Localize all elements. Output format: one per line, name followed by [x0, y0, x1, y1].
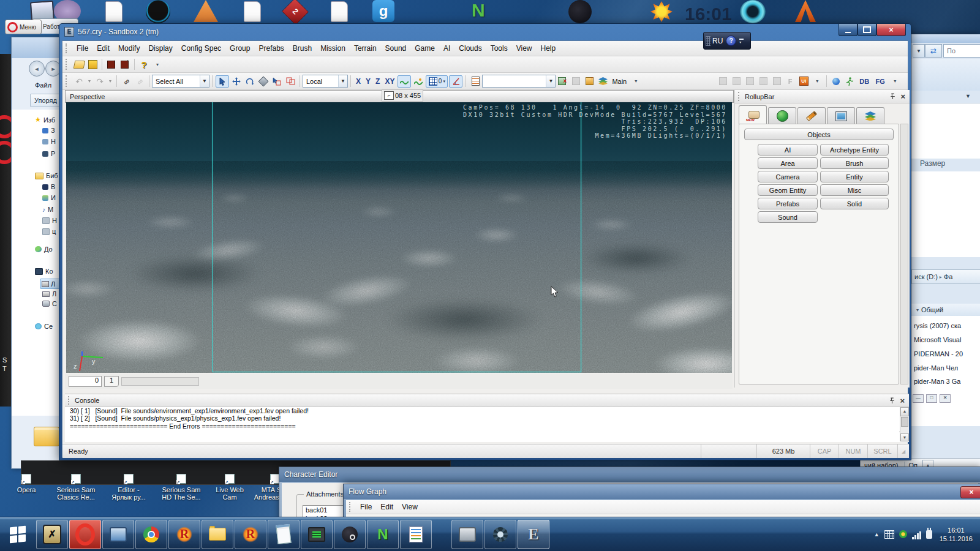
tree-item-network[interactable]: Се: [35, 323, 53, 330]
file-row[interactable]: rysis (2007) ска: [914, 322, 961, 329]
menu-edit[interactable]: Edit: [92, 43, 114, 54]
tree-item-pictures[interactable]: И: [42, 194, 56, 201]
tree-item-libraries[interactable]: Биб: [35, 172, 58, 179]
langbar-help-icon[interactable]: ?: [726, 36, 736, 46]
toolbar-overflow-chevron[interactable]: ▾: [151, 59, 164, 70]
toolbar-overflow-chevron[interactable]: ▾: [630, 76, 642, 87]
flow-graph-menu-view[interactable]: View: [398, 501, 422, 512]
n64-icon[interactable]: N: [472, 0, 494, 22]
shortcut-serious-sam-hd[interactable]: Serious Sam HD The Se...: [153, 474, 209, 501]
undo-dropdown[interactable]: ▾: [86, 76, 92, 87]
document-icon-2[interactable]: [244, 1, 261, 22]
unlink-objects-button[interactable]: [771, 76, 783, 87]
select-terrain-button[interactable]: [271, 76, 283, 87]
addressbar-dropdown[interactable]: ▼: [913, 44, 925, 58]
tray-keyboard-layout-icon[interactable]: [884, 530, 894, 539]
column-dropdown[interactable]: ▼: [965, 93, 971, 99]
menu-tools[interactable]: Tools: [486, 43, 512, 54]
character-editor-titlebar[interactable]: Character Editor: [279, 467, 980, 482]
taskbar-notepad[interactable]: [268, 520, 300, 549]
tree-item-music[interactable]: ♪М: [42, 206, 53, 213]
taskbar-steam[interactable]: [334, 520, 366, 549]
speed-field[interactable]: 1: [104, 376, 119, 387]
viewport[interactable]: CamPos= 68 130 1 Angl=-14 0 92 ZN=0.25 Z…: [66, 102, 732, 373]
console-scrollbar[interactable]: ▲ ▼: [900, 407, 909, 441]
tray-power-icon[interactable]: [926, 530, 932, 539]
pin-icon[interactable]: [889, 397, 895, 404]
tree-item-video[interactable]: В: [42, 183, 55, 190]
toolbar-overflow-chevron[interactable]: ▾: [811, 76, 823, 87]
explorer-file-menu[interactable]: Файл: [35, 81, 51, 89]
scroll-up-icon[interactable]: ▲: [900, 407, 909, 416]
taskbar-game-scroll[interactable]: ✗: [36, 520, 68, 549]
menu-brush[interactable]: Brush: [288, 43, 316, 54]
tree-item-disk-c[interactable]: Л: [40, 279, 60, 289]
flame-icon[interactable]: [650, 1, 673, 22]
menu-help[interactable]: Help: [536, 43, 560, 54]
tray-antivirus-icon[interactable]: [899, 530, 907, 538]
shortcut-live-web-cam[interactable]: Live Web Cam: [209, 474, 250, 501]
tree-item-recent[interactable]: Н: [42, 138, 56, 145]
swirl-app-icon[interactable]: [740, 0, 766, 23]
close-button[interactable]: ×: [876, 24, 906, 36]
scale-tool-button[interactable]: [257, 76, 270, 87]
tab-modelling[interactable]: [797, 107, 826, 124]
object-type-solid[interactable]: Solid: [820, 198, 889, 209]
menu-sound[interactable]: Sound: [381, 43, 411, 54]
tray-clock[interactable]: 16:01 15.11.2016: [940, 526, 973, 543]
axis-z-button[interactable]: Z: [373, 77, 382, 86]
globe-button[interactable]: [830, 76, 842, 87]
object-type-misc[interactable]: Misc: [820, 184, 889, 196]
redo-dropdown[interactable]: ▾: [107, 76, 113, 87]
menu-mission[interactable]: Mission: [316, 43, 350, 54]
language-bar[interactable]: RU ? ▾: [703, 32, 751, 50]
menu-terrain[interactable]: Terrain: [350, 43, 381, 54]
maximize-button[interactable]: [858, 24, 876, 36]
flowgraph-open-button[interactable]: FG: [873, 76, 888, 87]
tree-item-desktop[interactable]: Р: [42, 150, 55, 157]
mini-maximize-icon[interactable]: □: [926, 394, 937, 403]
search-box[interactable]: По: [943, 44, 980, 58]
langbar-options[interactable]: ▾: [739, 39, 744, 43]
tree-item-cd[interactable]: С: [42, 300, 57, 307]
steam-desktop-icon[interactable]: [568, 0, 592, 23]
menu-group[interactable]: Group: [225, 43, 254, 54]
panel-close-icon[interactable]: ×: [900, 92, 905, 100]
scrollbar-thumb[interactable]: [901, 417, 908, 427]
layers-button[interactable]: [597, 76, 609, 87]
flow-graph-titlebar[interactable]: Flow Graph: [344, 484, 980, 499]
tab-objects[interactable]: NEW: [739, 105, 767, 124]
refresh-button[interactable]: ⇄: [925, 44, 942, 58]
taskbar-chrome[interactable]: [135, 520, 167, 549]
tray-network-signal-icon[interactable]: [912, 529, 921, 539]
terrain-snap-button[interactable]: [412, 76, 424, 87]
a-app-icon[interactable]: [795, 0, 816, 22]
mini-window-controls[interactable]: — □ ✕: [913, 394, 951, 403]
file-row[interactable]: pider-Man 3 Ga: [914, 378, 960, 385]
axis-y-button[interactable]: Y: [363, 77, 373, 86]
select-tool-button[interactable]: [216, 75, 229, 88]
rotate-tool-button[interactable]: [244, 76, 256, 87]
object-type-prefabs[interactable]: Prefabs: [758, 198, 818, 209]
move-tool-button[interactable]: [230, 76, 243, 87]
console-input[interactable]: [65, 432, 899, 441]
shortcut-editor[interactable]: Editor - Ярлык ру...: [104, 474, 153, 501]
menu-game[interactable]: Game: [410, 43, 439, 54]
objects-category-header[interactable]: Objects: [744, 129, 894, 140]
menu-config-spec[interactable]: Config Spec: [177, 43, 225, 54]
tab-display[interactable]: [827, 107, 855, 124]
ungroup-button[interactable]: [730, 76, 742, 87]
layer-filter-combo[interactable]: ▼: [482, 75, 556, 88]
tab-layers[interactable]: [856, 107, 884, 124]
size-column-header[interactable]: Размер: [920, 159, 945, 168]
red-cube-icon[interactable]: 2: [282, 0, 309, 25]
tree-item-downloads[interactable]: З: [42, 127, 55, 134]
object-type-entity[interactable]: Entity: [820, 171, 889, 182]
pin-icon[interactable]: [889, 93, 896, 100]
taskbar-nfs[interactable]: N: [367, 520, 399, 549]
object-type-brush[interactable]: Brush: [820, 157, 889, 169]
import-button[interactable]: ↓: [105, 59, 118, 70]
minimize-button[interactable]: [839, 24, 858, 36]
mini-minimize-icon[interactable]: —: [913, 394, 924, 403]
load-selection-button[interactable]: ↑: [583, 76, 595, 87]
